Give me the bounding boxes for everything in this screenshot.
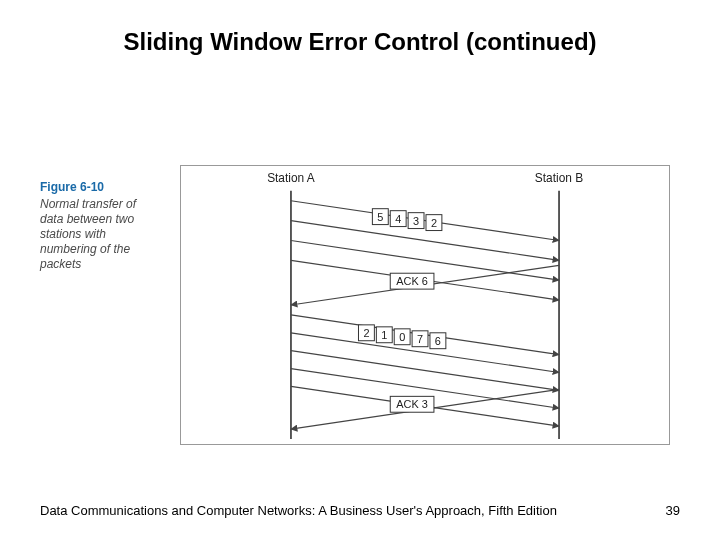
svg-text:6: 6 <box>435 335 441 347</box>
footer: Data Communications and Computer Network… <box>40 503 680 518</box>
svg-text:5: 5 <box>377 211 383 223</box>
svg-text:1: 1 <box>381 329 387 341</box>
svg-text:2: 2 <box>363 327 369 339</box>
svg-text:0: 0 <box>399 331 405 343</box>
svg-line-2 <box>291 201 559 241</box>
station-a-label: Station A <box>267 171 315 185</box>
figure-label: Figure 6-10 Normal transfer of data betw… <box>40 180 160 272</box>
ack-box-2: ACK 3 <box>390 396 434 412</box>
page-title: Sliding Window Error Control (continued) <box>0 28 720 56</box>
ack-box-1: ACK 6 <box>390 273 434 289</box>
diagram-panel: Station A Station B 5 4 3 2 ACK 6 <box>180 165 670 445</box>
packet-group-1: 5 4 3 2 <box>372 209 442 231</box>
svg-text:4: 4 <box>395 213 401 225</box>
svg-text:3: 3 <box>413 215 419 227</box>
svg-text:2: 2 <box>431 217 437 229</box>
station-b-label: Station B <box>535 171 583 185</box>
figure-number: Figure 6-10 <box>40 180 160 194</box>
page-number: 39 <box>666 503 680 518</box>
figure-caption: Normal transfer of data between two stat… <box>40 197 160 272</box>
svg-text:ACK 3: ACK 3 <box>396 398 428 410</box>
svg-line-3 <box>291 221 559 261</box>
svg-text:ACK 6: ACK 6 <box>396 275 428 287</box>
footer-text: Data Communications and Computer Network… <box>40 503 557 518</box>
svg-line-19 <box>291 351 559 391</box>
svg-text:7: 7 <box>417 333 423 345</box>
